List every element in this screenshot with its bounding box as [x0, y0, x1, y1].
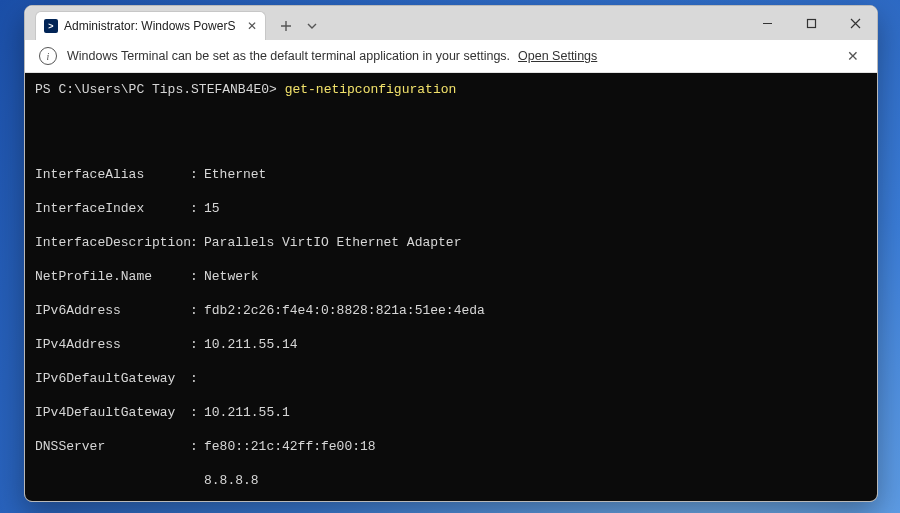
prompt: PS C:\Users\PC Tips.STEFANB4E0> [35, 82, 277, 97]
titlebar: > Administrator: Windows PowerS ✕ [25, 6, 877, 40]
maximize-button[interactable] [789, 6, 833, 40]
output-row: NetProfile.Name: Netwerk [35, 268, 867, 285]
output-row: IPv6DefaultGateway: [35, 370, 867, 387]
output-row: IPv4DefaultGateway: 10.211.55.1 [35, 404, 867, 421]
output-row: InterfaceAlias: Ethernet [35, 166, 867, 183]
infobar: i Windows Terminal can be set as the def… [25, 40, 877, 73]
tab-dropdown-button[interactable] [300, 12, 324, 40]
new-tab-button[interactable] [272, 12, 300, 40]
dismiss-infobar-button[interactable]: ✕ [843, 44, 863, 68]
output-row: IPv4Address: 10.211.55.14 [35, 336, 867, 353]
desktop: > Administrator: Windows PowerS ✕ [0, 0, 900, 513]
tab-title: Administrator: Windows PowerS [64, 19, 235, 33]
close-window-button[interactable] [833, 6, 877, 40]
window-controls [745, 6, 877, 40]
tab-powershell[interactable]: > Administrator: Windows PowerS ✕ [35, 11, 266, 40]
infobar-text: Windows Terminal can be set as the defau… [67, 49, 510, 63]
terminal-pane[interactable]: PS C:\Users\PC Tips.STEFANB4E0> get-neti… [25, 73, 877, 501]
svg-rect-0 [807, 19, 815, 27]
output-row: DNSServer: fe80::21c:42ff:fe00:18 [35, 438, 867, 455]
minimize-button[interactable] [745, 6, 789, 40]
open-settings-link[interactable]: Open Settings [518, 49, 597, 63]
powershell-icon: > [44, 19, 58, 33]
output-row: IPv6Address: fdb2:2c26:f4e4:0:8828:821a:… [35, 302, 867, 319]
command-1: get-netipconfiguration [285, 82, 457, 97]
output-row: InterfaceIndex: 15 [35, 200, 867, 217]
terminal-window: > Administrator: Windows PowerS ✕ [24, 5, 878, 502]
output-row: 8.8.8.8 [35, 472, 867, 489]
output-row: InterfaceDescription: Parallels VirtIO E… [35, 234, 867, 251]
close-tab-icon[interactable]: ✕ [247, 19, 257, 33]
info-icon: i [39, 47, 57, 65]
